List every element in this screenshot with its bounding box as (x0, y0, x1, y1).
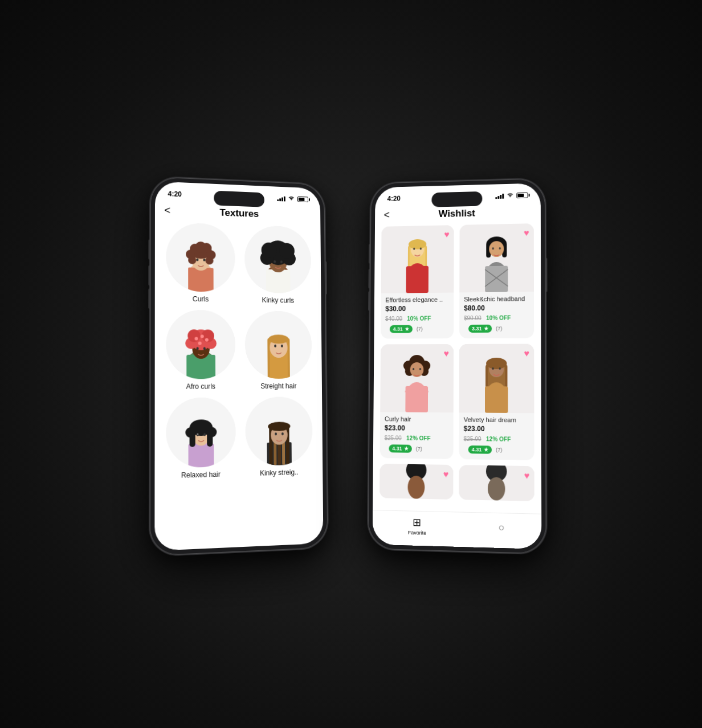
rating-badge-effortless: 4.31 ★ (390, 325, 413, 333)
nav-label-favorite: Favorite (408, 529, 426, 535)
texture-circle-straight (244, 310, 312, 379)
svg-rect-50 (188, 444, 214, 468)
signal-icon (277, 195, 285, 201)
product-discount-velvety: 12% OFF (486, 436, 511, 443)
product-info-sleek: Sleek&chic headband $80.00 $90.00 10% OF… (459, 292, 534, 333)
textures-title: Textures (219, 207, 259, 219)
status-icons-left (277, 195, 308, 203)
texture-label-straight: Streight hair (260, 382, 296, 390)
heart-button-partial-1[interactable]: ♥ (443, 469, 449, 480)
status-time-right: 4:20 (387, 195, 401, 203)
rating-count-sleek: (7) (496, 326, 502, 332)
favorite-icon: ⊞ (413, 516, 421, 529)
texture-item-straight[interactable]: Streight hair (243, 310, 313, 390)
texture-label-relaxed: Relaxed hair (181, 470, 221, 479)
svg-point-108 (413, 368, 414, 370)
nav-item-home[interactable]: ○ (499, 521, 505, 534)
status-time-left: 4:20 (168, 190, 182, 198)
back-button-left[interactable]: < (164, 205, 181, 217)
wifi-icon (288, 195, 295, 202)
heart-button-partial-2[interactable]: ♥ (524, 471, 530, 481)
heart-button-velvety[interactable]: ♥ (524, 349, 529, 359)
product-discount-curly: 12% OFF (406, 435, 430, 442)
texture-circle-kinky (244, 225, 311, 294)
product-img-curly: ♥ (380, 344, 454, 412)
product-card-curly[interactable]: ♥ Curly hair $23.00 $25.00 12% OFF (380, 344, 454, 459)
product-card-sleek[interactable]: ♥ Sleek&chic headband $80.00 $90.00 10% … (459, 223, 534, 338)
texture-item-kinky-curls[interactable]: Kinky curls (243, 225, 312, 305)
product-price-curly: $23.00 (385, 424, 449, 432)
rating-value-sleek: 3.31 (472, 326, 482, 332)
svg-rect-117 (485, 386, 508, 413)
wishlist-screen: 4:20 < (373, 183, 542, 549)
rating-badge-velvety: 4.31 ★ (468, 445, 492, 454)
heart-button-effortless[interactable]: ♥ (444, 230, 449, 240)
svg-rect-16 (266, 269, 290, 293)
rating-value-curly: 4.31 (392, 445, 402, 451)
rating-count-effortless: (7) (417, 326, 423, 332)
product-original-velvety: $25.00 (464, 436, 481, 442)
texture-item-afro-curls[interactable]: Afro curls (164, 309, 236, 391)
rating-count-curly: (7) (416, 446, 422, 452)
svg-point-119 (492, 367, 494, 370)
svg-point-38 (196, 347, 198, 350)
battery-icon (297, 197, 308, 202)
svg-point-120 (499, 367, 501, 370)
svg-point-36 (205, 338, 208, 342)
svg-point-39 (203, 347, 205, 350)
product-original-sleek: $90.00 (464, 315, 481, 321)
texture-label-kinky-curls: Kinky curls (262, 296, 295, 305)
textures-content: Curls (154, 222, 323, 545)
product-name-curly: Curly hair (385, 415, 449, 423)
rating-value-effortless: 4.31 (393, 326, 403, 332)
product-price-sleek: $80.00 (464, 304, 529, 312)
product-price-effortless: $30.00 (385, 304, 449, 313)
texture-label-afro: Afro curls (186, 382, 215, 390)
signal-icon-right (495, 193, 504, 199)
svg-point-34 (194, 337, 198, 340)
rating-badge-curly: 4.31 ★ (389, 444, 411, 453)
rating-badge-sleek: 3.31 ★ (468, 325, 492, 333)
texture-circle-kinky-straight (245, 396, 312, 466)
product-info-effortless: Effortless elegance .. $30.00 $40.00 10%… (381, 293, 454, 333)
svg-rect-56 (207, 429, 213, 447)
phones-container: 4:20 < (163, 179, 539, 549)
texture-item-curls[interactable]: Curls (164, 222, 236, 304)
product-discount-effortless: 10% OFF (407, 316, 431, 322)
back-button-right[interactable]: < (384, 209, 399, 221)
svg-point-103 (410, 362, 424, 377)
texture-circle-afro (166, 309, 235, 379)
product-name-velvety: Velvety hair dream (464, 416, 530, 423)
svg-rect-80 (406, 266, 428, 293)
bottom-nav: ⊞ Favorite ○ (373, 510, 542, 549)
product-info-curly: Curly hair $23.00 $25.00 12% OFF 4.31 ★ (380, 412, 454, 453)
heart-button-curly[interactable]: ♥ (444, 349, 450, 359)
svg-point-37 (198, 342, 201, 345)
product-card-partial-2[interactable]: ♥ (459, 465, 534, 501)
texture-item-kinky-straight[interactable]: Kinky streig.. (243, 396, 314, 477)
texture-circle-curls (166, 222, 235, 292)
texture-item-relaxed[interactable]: Relaxed hair (164, 397, 237, 480)
texture-label-curls: Curls (193, 295, 209, 304)
battery-icon-right (516, 193, 528, 198)
rating-value-velvety: 4.31 (472, 447, 482, 452)
textures-screen: 4:20 < (154, 181, 323, 551)
svg-point-32 (187, 329, 200, 342)
product-card-effortless[interactable]: ♥ Effortless elegance .. $30.00 $40.00 1… (381, 225, 454, 338)
phone-right: 4:20 < (368, 178, 546, 554)
product-name-effortless: Effortless elegance .. (385, 296, 449, 304)
wishlist-title: Wishlist (439, 207, 475, 219)
texture-label-kinky-straight: Kinky streig.. (260, 468, 299, 477)
product-card-velvety[interactable]: ♥ Velvety hair dream $23.00 $25.00 12% O… (459, 344, 534, 460)
heart-button-sleek[interactable]: ♥ (524, 228, 529, 238)
product-img-velvety: ♥ (459, 344, 534, 414)
product-card-partial-1[interactable]: ♥ (379, 464, 453, 500)
product-info-velvety: Velvety hair dream $23.00 $25.00 12% OFF… (459, 412, 534, 454)
svg-rect-55 (189, 430, 195, 447)
svg-rect-91 (485, 266, 508, 292)
texture-grid: Curls (164, 222, 314, 480)
rating-count-velvety: (7) (496, 447, 502, 453)
svg-rect-2 (188, 267, 214, 292)
nav-item-favorite[interactable]: ⊞ Favorite (408, 516, 427, 535)
wishlist-content: ♥ Effortless elegance .. $30.00 $40.00 1… (373, 223, 542, 544)
